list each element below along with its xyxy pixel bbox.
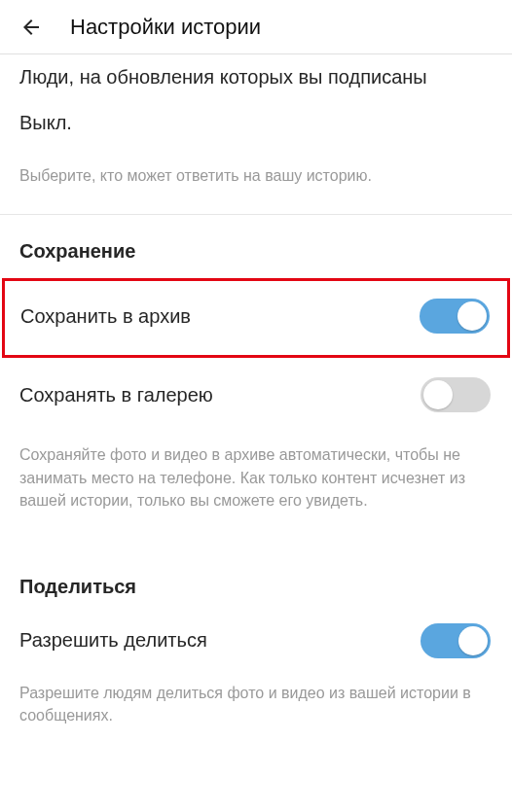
allow-sharing-label: Разрешить делиться — [19, 629, 207, 652]
row-allow-sharing[interactable]: Разрешить делиться — [19, 618, 493, 664]
row-save-archive[interactable]: Сохранить в архив — [20, 293, 492, 339]
arrow-left-icon — [19, 16, 43, 39]
toggle-knob — [457, 301, 487, 331]
toggle-save-archive[interactable] — [420, 299, 490, 334]
replies-hint: Выберите, кто может ответить на вашу ист… — [19, 165, 493, 187]
header: Настройки истории — [0, 0, 512, 54]
divider — [0, 214, 512, 215]
reply-option-off[interactable]: Выкл. — [19, 110, 493, 136]
toggle-allow-sharing[interactable] — [421, 623, 491, 658]
content: Люди, на обновления которых вы подписаны… — [0, 64, 512, 726]
toggle-knob — [458, 626, 488, 655]
sharing-hint: Разрешите людям делиться фото и видео из… — [19, 682, 493, 726]
row-save-gallery[interactable]: Сохранять в галерею — [19, 371, 493, 418]
save-gallery-label: Сохранять в галерею — [19, 384, 213, 406]
back-button[interactable] — [12, 8, 51, 47]
page-title: Настройки истории — [70, 15, 261, 40]
toggle-save-gallery[interactable] — [421, 377, 491, 412]
reply-option-followed[interactable]: Люди, на обновления которых вы подписаны — [19, 64, 493, 90]
section-title-sharing: Поделиться — [19, 576, 493, 598]
section-title-saving: Сохранение — [19, 240, 493, 263]
save-archive-label: Сохранить в архив — [20, 305, 191, 328]
toggle-knob — [423, 380, 453, 409]
saving-hint: Сохраняйте фото и видео в архиве автомат… — [19, 443, 493, 512]
highlight-box: Сохранить в архив — [2, 278, 510, 358]
